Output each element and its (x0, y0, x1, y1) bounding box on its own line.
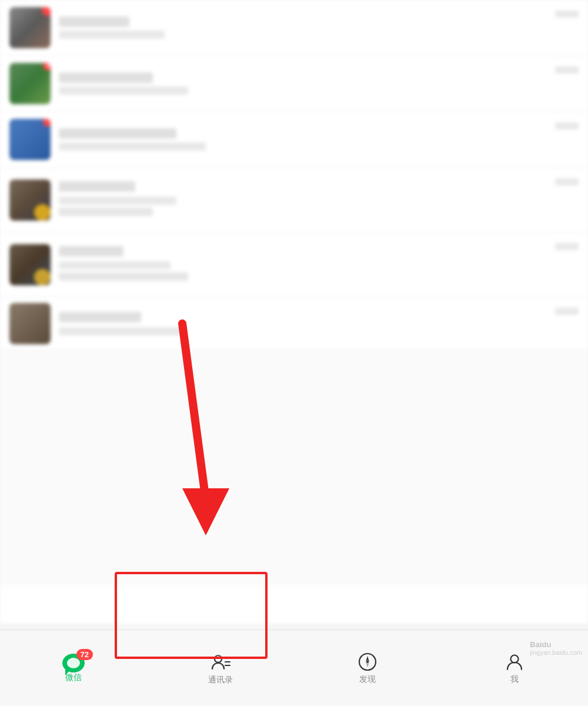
nav-item-contacts[interactable]: 通讯录 (147, 630, 294, 706)
chat-preview (59, 86, 188, 95)
chat-item[interactable]: ● (0, 56, 588, 112)
watermark: Baidu jingyan.baidu.com (530, 640, 582, 656)
chat-content (59, 72, 555, 95)
avatar (9, 244, 51, 285)
chat-name (59, 128, 176, 139)
chat-content (59, 312, 555, 335)
chat-content (59, 246, 555, 283)
nav-label-discover: 发现 (359, 674, 376, 685)
chat-content (59, 128, 555, 151)
svg-point-3 (215, 655, 222, 662)
chat-content (59, 181, 555, 218)
unread-badge: ● (43, 63, 51, 71)
chat-content (59, 16, 555, 39)
content-filler (0, 350, 588, 585)
chat-time (555, 178, 579, 185)
chat-preview-extra (59, 272, 188, 281)
chat-time (555, 122, 579, 129)
chat-preview (59, 197, 176, 205)
svg-point-10 (366, 661, 369, 663)
chat-preview (59, 261, 171, 269)
avatar (9, 119, 51, 160)
chat-item[interactable] (0, 0, 588, 56)
watermark-baidu-text: Baidu (530, 640, 582, 649)
chat-item[interactable] (0, 112, 588, 168)
chat-preview (59, 327, 182, 335)
me-icon (505, 652, 524, 674)
svg-point-11 (511, 655, 519, 662)
bottom-nav: 72 微信 通讯录 (0, 630, 588, 706)
chat-time (555, 66, 579, 74)
chat-name (59, 181, 135, 192)
unread-badge (43, 119, 51, 126)
chat-time (555, 243, 579, 250)
chat-time (555, 11, 579, 18)
discover-icon (358, 652, 377, 674)
avatar (9, 179, 51, 221)
avatar: ● (9, 63, 51, 104)
chat-preview (59, 31, 165, 39)
wechat-icon-wrapper: 72 (62, 654, 85, 672)
chat-item[interactable] (0, 297, 588, 350)
svg-point-2 (67, 658, 80, 668)
nav-label-contacts: 通讯录 (208, 675, 233, 685)
wechat-badge: 72 (76, 649, 93, 660)
avatar (9, 7, 51, 48)
nav-item-discover[interactable]: 发现 (294, 630, 441, 706)
chat-preview (59, 142, 206, 151)
chat-name (59, 246, 123, 257)
chat-item[interactable] (0, 168, 588, 232)
chat-list: ● (0, 0, 588, 624)
chat-name (59, 312, 141, 322)
chat-time (555, 308, 579, 315)
nav-label-me: 我 (510, 674, 519, 685)
nav-item-wechat[interactable]: 72 微信 (0, 630, 147, 706)
avatar (9, 303, 51, 344)
chat-name (59, 16, 129, 27)
chat-item[interactable] (0, 232, 588, 297)
unread-badge (42, 7, 51, 16)
nav-label-wechat: 微信 (65, 672, 82, 683)
chat-name (59, 72, 153, 83)
watermark-jingyan-text: jingyan.baidu.com (530, 649, 582, 656)
chat-preview-extra (59, 208, 153, 216)
contacts-icon (210, 651, 231, 675)
